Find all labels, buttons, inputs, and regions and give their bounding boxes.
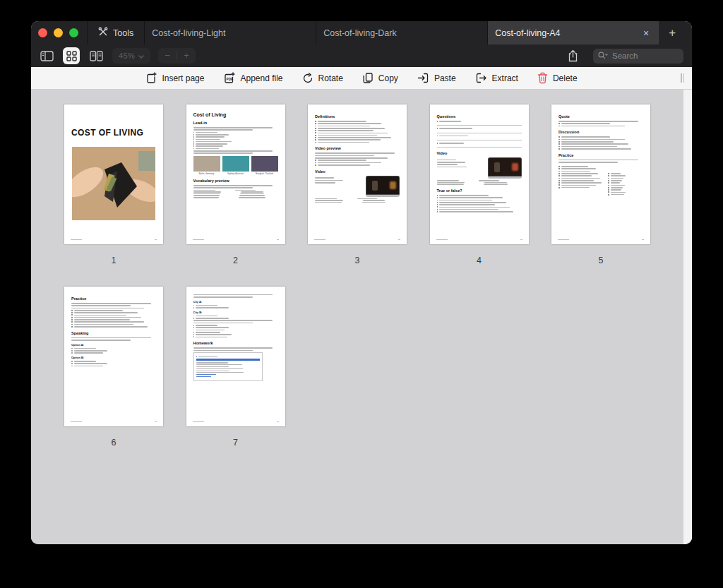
traffic-lights — [31, 21, 87, 44]
city-photo: Sydney, Australia — [222, 156, 249, 175]
thumb-heading: Lead-in — [193, 121, 278, 125]
thumb-footer — [314, 239, 400, 240]
thumb-heading: Video — [315, 169, 400, 174]
button-label: Rotate — [318, 73, 343, 83]
share-button[interactable] — [564, 47, 581, 64]
city-photo: Bangkok, Thailand — [251, 156, 278, 175]
thumb-subheading: Option B: — [71, 356, 156, 359]
append-file-button[interactable]: PDF Append file — [223, 72, 282, 84]
button-label: Append file — [240, 73, 282, 83]
button-label: Delete — [553, 73, 578, 83]
thumb-heading: Video — [437, 151, 522, 155]
thumb-footer — [193, 421, 279, 422]
zoom-out-button[interactable]: − — [158, 48, 177, 64]
page-thumbnail[interactable]: COST OF LIVING — [64, 104, 163, 244]
city-photo-caption: Berlin, Germany — [193, 172, 220, 175]
thumb-subheading: City A: — [193, 300, 278, 304]
extract-icon — [475, 72, 487, 84]
thumb-footer — [436, 239, 522, 240]
fullscreen-window-button[interactable] — [69, 28, 78, 37]
thumb-subheading: City B: — [193, 311, 278, 314]
extract-button[interactable]: Extract — [475, 72, 518, 84]
insert-page-button[interactable]: Insert page — [145, 72, 204, 84]
page-thumbnail[interactable]: Cost of LivingLead-inBerlin, GermanySydn… — [186, 104, 285, 244]
thumb-footer — [71, 421, 157, 422]
page-thumbnail[interactable]: QuoteDiscussionPractice — [551, 104, 650, 244]
append-file-icon: PDF — [223, 72, 235, 84]
thumb-heading: Definitions — [315, 114, 400, 119]
thumb-heading: Questions — [437, 114, 522, 119]
toolbar-drag-handle[interactable] — [681, 73, 684, 83]
button-label: Paste — [434, 73, 456, 83]
thumb-heading: Practice — [558, 153, 643, 157]
close-window-button[interactable] — [38, 28, 47, 37]
search-icon — [598, 49, 608, 62]
tab-label: Cost-of-living-A4 — [495, 28, 560, 38]
tab-cost-of-living-light[interactable]: Cost-of-living-Light — [144, 21, 316, 44]
page-thumbnail[interactable]: DefinitionsVideo previewVideo — [308, 104, 407, 244]
sidebar-toggle-button[interactable] — [38, 47, 55, 64]
search-input[interactable] — [611, 51, 679, 61]
chevron-down-icon — [138, 52, 144, 60]
wallet-photo — [72, 147, 155, 220]
tab-label: Cost-of-living-Dark — [323, 28, 397, 38]
page-number-label: 2 — [186, 256, 285, 265]
grid-view-icon — [66, 51, 77, 61]
thumb-subheading: Option A: — [71, 343, 156, 347]
tab-label: Cost-of-living-Light — [152, 28, 225, 38]
video-section — [437, 157, 522, 179]
city-photo-caption: Sydney, Australia — [222, 172, 249, 175]
tools-label: Tools — [113, 28, 133, 38]
laptop-image — [366, 176, 400, 197]
thumbnail-grid: COST OF LIVING1Cost of LivingLead-inBerl… — [31, 90, 692, 544]
two-page-view-button[interactable] — [88, 47, 104, 64]
rotate-button[interactable]: Rotate — [302, 73, 343, 84]
zoom-in-button[interactable]: + — [177, 48, 196, 64]
laptop-image — [488, 157, 522, 179]
thumb-heading: Vocabulary preview — [193, 179, 278, 183]
share-icon — [568, 49, 578, 62]
insert-page-icon — [145, 72, 157, 84]
video-section — [315, 176, 400, 197]
rotate-icon — [302, 73, 313, 84]
thumb-doc-title: COST OF LIVING — [71, 128, 156, 138]
scrollbar-track[interactable] — [683, 90, 692, 544]
paste-button[interactable]: Paste — [417, 72, 456, 84]
page-thumbnail[interactable]: PracticeSpeakingOption A:Option B: — [64, 287, 163, 426]
two-page-icon — [90, 51, 103, 61]
thumb-heading: Homework — [193, 341, 278, 345]
page-thumbnail[interactable]: City A:City B:Homework — [186, 287, 285, 426]
minimize-window-button[interactable] — [54, 28, 63, 37]
page-number-label: 1 — [64, 256, 163, 265]
zoom-level-value: 45% — [119, 52, 135, 60]
copy-icon — [362, 72, 374, 84]
city-photo-image — [222, 156, 249, 172]
button-label: Extract — [492, 73, 518, 83]
tab-cost-of-living-dark[interactable]: Cost-of-living-Dark — [316, 21, 487, 44]
thumbnail-grid-view-button[interactable] — [63, 47, 80, 64]
homework-screenshot — [193, 352, 263, 381]
view-toolbar: 45% − + — [31, 44, 692, 67]
thumb-footer — [193, 239, 279, 240]
thumb-heading: True or false? — [437, 188, 522, 193]
page-thumbnail[interactable]: QuestionsVideoTrue or false? — [430, 104, 529, 244]
button-label: Copy — [378, 73, 398, 83]
delete-button[interactable]: Delete — [537, 72, 578, 84]
lead-in-photos: Berlin, GermanySydney, AustraliaBangkok,… — [193, 156, 278, 175]
zoom-level-dropdown[interactable]: 45% — [112, 48, 150, 64]
paste-icon — [417, 72, 429, 84]
copy-button[interactable]: Copy — [362, 72, 398, 84]
thumb-footer — [71, 239, 157, 240]
thumb-heading: Video preview — [315, 146, 400, 150]
titlebar: Tools Cost-of-living-Light Cost-of-livin… — [31, 21, 692, 44]
page-number-label: 7 — [186, 438, 285, 448]
new-tab-button[interactable]: + — [659, 21, 686, 44]
tab-cost-of-living-a4[interactable]: Cost-of-living-A4 × — [487, 21, 659, 44]
search-field[interactable] — [593, 49, 683, 64]
page-number-label: 5 — [551, 256, 650, 265]
tools-icon — [98, 27, 108, 39]
tools-button[interactable]: Tools — [87, 21, 144, 44]
tab-close-icon[interactable]: × — [640, 28, 652, 38]
svg-text:PDF: PDF — [227, 78, 233, 81]
trash-icon — [537, 72, 548, 84]
